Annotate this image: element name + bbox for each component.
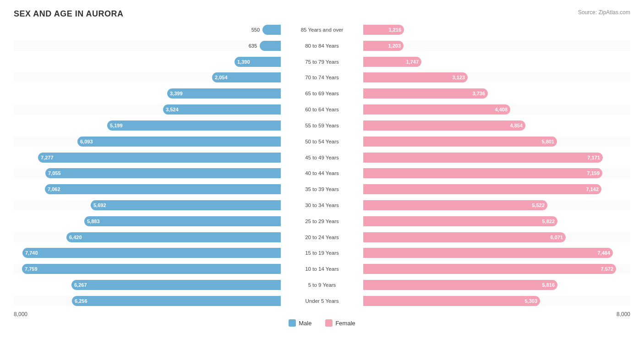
legend-male-box [289,319,296,327]
female-value-inside: 6,071 [550,235,563,240]
table-row: 5,199 55 to 59 Years 4,854 [14,119,630,132]
female-value-inside: 7,572 [600,266,613,272]
right-side: 5,816 [363,280,630,290]
left-side: 1,390 [14,57,281,67]
age-label: 80 to 84 Years [281,43,363,49]
male-bar: 1,390 [235,57,281,67]
female-value-inside: 1,216 [388,27,401,33]
female-bar: 4,854 [363,120,525,131]
age-label: 75 to 79 Years [281,59,363,65]
age-label: 5 to 9 Years [281,282,363,288]
left-side: 7,062 [14,184,281,194]
male-value-inside: 6,256 [75,298,87,304]
table-row: 6,256 Under 5 Years 5,303 [14,295,630,307]
source-text: Source: ZipAtlas.com [578,9,630,16]
male-bar: 6,256 [72,296,281,306]
male-bar: 7,740 [22,248,281,258]
male-bar [260,41,281,51]
female-value-inside: 3,736 [472,91,485,96]
female-value-inside: 7,484 [597,250,610,256]
chart-title: SEX AND AGE IN AURORA [14,9,630,19]
right-side: 5,801 [363,137,630,147]
age-label: Under 5 Years [281,298,363,304]
female-value-inside: 4,854 [510,123,523,128]
female-bar: 5,801 [363,137,557,147]
table-row: 5,883 25 to 29 Years 5,822 [14,215,630,228]
left-bar-wrapper: 5,883 [14,216,281,226]
legend-male-label: Male [299,320,311,327]
right-bar-wrapper: 7,171 [363,153,630,163]
male-value-inside: 6,267 [74,282,87,288]
left-bar-wrapper: 2,054 [14,72,281,82]
left-side: 6,420 [14,232,281,242]
female-value-inside: 1,203 [388,43,401,49]
bottom-area: 8,000 8,000 Male Female [14,308,630,327]
left-side: 7,740 [14,248,281,258]
age-label: 10 to 14 Years [281,266,363,272]
right-bar-wrapper: 6,071 [363,232,630,242]
female-value-inside: 5,801 [541,139,554,144]
right-bar-wrapper: 7,572 [363,264,630,274]
female-bar: 7,159 [363,168,602,178]
male-value-inside: 6,093 [80,139,93,144]
male-value-inside: 3,399 [170,91,183,96]
legend-male: Male [289,319,311,327]
left-bar-wrapper: 3,524 [14,104,281,115]
right-side: 6,071 [363,232,630,242]
table-row: 3,524 60 to 64 Years 4,408 [14,103,630,116]
male-bar: 6,267 [71,280,281,290]
male-value: 635 [249,43,257,49]
male-bar: 3,524 [163,104,281,115]
female-bar: 5,816 [363,280,557,290]
right-bar-wrapper: 4,408 [363,104,630,115]
age-label: 30 to 34 Years [281,202,363,208]
female-value-inside: 3,123 [452,75,465,80]
age-label: 35 to 39 Years [281,186,363,192]
left-side: 7,759 [14,264,281,274]
right-side: 7,142 [363,184,630,194]
female-bar: 5,522 [363,200,547,210]
right-bar-wrapper: 5,801 [363,137,630,147]
right-side: 7,159 [363,168,630,178]
male-bar: 2,054 [212,72,281,82]
left-side: 5,199 [14,120,281,131]
right-bar-wrapper: 7,159 [363,168,630,178]
right-side: 4,408 [363,104,630,115]
female-bar: 4,408 [363,104,510,115]
right-bar-wrapper: 5,816 [363,280,630,290]
female-bar: 1,747 [363,57,421,67]
left-bar-wrapper: 6,267 [14,280,281,290]
right-side: 4,854 [363,120,630,131]
axis-left-label: 8,000 [14,311,27,317]
left-bar-wrapper: 7,759 [14,264,281,274]
female-bar: 7,142 [363,184,601,194]
left-side: 635 [14,41,281,51]
age-label: 60 to 64 Years [281,107,363,112]
left-side: 5,692 [14,200,281,210]
male-value-inside: 7,759 [25,266,38,272]
table-row: 3,399 65 to 69 Years 3,736 [14,87,630,100]
left-bar-wrapper: 1,390 [14,57,281,67]
left-side: 6,093 [14,137,281,147]
female-value-inside: 4,408 [495,107,508,112]
male-bar: 7,055 [45,168,281,178]
female-value-inside: 1,747 [406,59,419,65]
table-row: 7,759 10 to 14 Years 7,572 [14,262,630,275]
left-bar-wrapper: 7,277 [14,153,281,163]
axis-right-label: 8,000 [617,311,630,317]
male-value-inside: 6,420 [69,235,82,240]
right-side: 7,572 [363,264,630,274]
male-bar: 6,093 [77,137,281,147]
right-side: 5,822 [363,216,630,226]
male-value-inside: 5,199 [110,123,123,128]
legend-female: Female [325,319,355,327]
right-side: 1,216 [363,25,630,35]
male-value-inside: 2,054 [215,75,228,80]
table-row: 5,692 30 to 34 Years 5,522 [14,199,630,212]
right-side: 7,171 [363,153,630,163]
right-bar-wrapper: 3,123 [363,72,630,82]
female-bar: 1,203 [363,41,404,51]
male-bar: 7,759 [22,264,281,274]
male-bar: 5,883 [84,216,281,226]
female-bar: 5,822 [363,216,557,226]
